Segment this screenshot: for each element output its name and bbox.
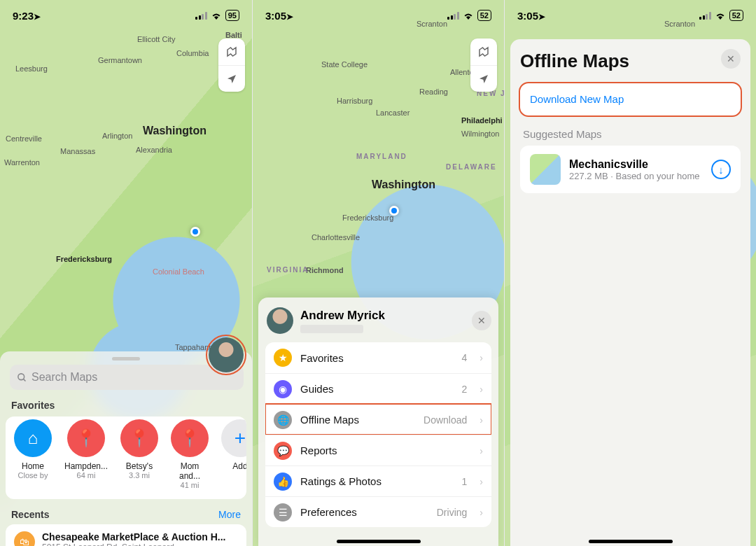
location-services-icon: ➤ [538,12,545,22]
map-layers-button[interactable] [218,38,245,65]
favorite-home[interactable]: ⌂HomeClose by [14,419,52,489]
home-indicator[interactable] [337,540,421,543]
map-city: Ellicott City [137,35,175,43]
pin-icon: 📍 [171,419,209,457]
favorite-label: Add [221,461,246,471]
recent-item[interactable]: 🛍 Chesapeake MarketPlace & Auction H... … [6,524,246,546]
chevron-right-icon: › [479,414,483,426]
map-city: Alexandria [136,146,172,154]
favorites-heading: Favorites [0,397,252,416]
close-button[interactable]: ✕ [472,311,491,330]
map-city: Fredericksburg [342,214,393,222]
recent-subtitle: 5015 St Leonard Rd, Saint Leonard [42,542,238,546]
phone-screenshot-1: Washington Arlington Alexandria Frederic… [0,0,252,546]
download-new-map-button[interactable]: Download New Map [520,83,741,115]
battery-indicator: 95 [225,10,239,21]
download-icon-button[interactable]: ↓ [711,160,731,179]
home-indicator[interactable] [589,540,673,543]
map-city: Columbia [176,49,209,57]
menu-value: 2 [462,384,468,395]
map-thumbnail [530,154,561,185]
map-city: State College [321,60,368,69]
favorite-sub: Close by [14,471,52,479]
menu-preferences[interactable]: ☰PreferencesDriving› [265,496,491,527]
map-state: MARYLAND [356,153,407,160]
menu-label: Preferences [300,506,428,518]
cell-signal-icon [447,12,459,20]
status-time: 9:23 [13,10,34,22]
offline-maps-panel: Offline Maps ✕ Download New Map Suggeste… [510,39,750,546]
menu-reports[interactable]: 💬Reports› [265,435,491,465]
svg-point-0 [18,373,24,379]
status-bar: 9:23➤ 95 [0,0,252,31]
menu-label: Guides [300,383,454,395]
favorite-item[interactable]: 📍Hampden...64 mi [64,419,108,489]
location-services-icon: ➤ [34,12,41,22]
map-city: Arlington [102,132,132,140]
cell-signal-icon [699,12,711,20]
menu-value: Driving [437,507,468,518]
chat-icon: 💬 [274,442,292,460]
favorite-item[interactable]: 📍Betsy's3.3 mi [120,419,158,489]
suggested-map-item[interactable]: Mechanicsville 227.2 MB · Based on your … [520,146,741,193]
chevron-right-icon: › [479,476,483,487]
svg-line-1 [23,379,25,381]
map-city: Harrisburg [337,97,372,105]
recents-heading: Recents [11,509,49,520]
favorite-item[interactable]: 📍Mom and...41 mi [171,419,209,489]
profile-sheet[interactable]: Andrew Myrick ✕ ★Favorites4› ◉Guides2› 🌐… [258,298,498,546]
phone-screenshot-2: Washington Philadelphi Harrisburg Lancas… [252,0,504,546]
globe-icon: 🌐 [274,411,292,429]
profile-avatar-button[interactable] [209,337,244,372]
favorite-sub: 3.3 mi [120,471,158,479]
pin-icon: 📍 [67,419,105,457]
page-title: Offline Maps [520,50,741,72]
map-city: Philadelphi [461,116,503,125]
recent-title: Chesapeake MarketPlace & Auction H... [42,531,238,542]
map-state: VIRGINIA [267,266,309,274]
map-city: Reading [419,88,448,96]
chevron-right-icon: › [479,352,483,363]
search-sheet[interactable]: Search Maps Favorites ⌂HomeClose by 📍Ham… [0,351,252,546]
map-city: Fredericksburg [56,255,112,263]
favorites-row[interactable]: ⌂HomeClose by 📍Hampden...64 mi 📍Betsy's3… [6,416,246,499]
menu-guides[interactable]: ◉Guides2› [265,373,491,404]
chevron-right-icon: › [479,445,483,456]
battery-indicator: 52 [729,10,743,21]
favorite-add[interactable]: +Add [221,419,246,489]
map-city: Warrenton [4,158,40,167]
sheet-grabber[interactable] [112,357,140,360]
map-city: Germantown [98,56,142,64]
favorite-label: Betsy's [120,461,158,471]
phone-screenshot-3: Scranton 3:05➤ 52 Offline Maps ✕ Downloa… [504,0,756,546]
close-button[interactable]: ✕ [721,49,741,69]
map-state: DELAWARE [446,163,497,171]
search-placeholder: Search Maps [31,371,97,384]
battery-indicator: 52 [477,10,491,21]
locate-me-button[interactable] [218,65,245,92]
favorite-label: Mom and... [171,461,209,481]
menu-offline-maps[interactable]: 🌐Offline MapsDownload› [265,404,491,435]
home-icon: ⌂ [14,419,52,457]
menu-ratings[interactable]: 👍Ratings & Photos1› [265,465,491,496]
star-icon: ★ [274,349,292,367]
current-location-dot [190,227,200,237]
menu-label: Reports [300,444,467,456]
locate-me-button[interactable] [470,65,497,92]
cell-signal-icon [195,12,207,20]
wifi-icon [715,11,726,20]
profile-avatar [267,307,293,334]
map-layers-button[interactable] [470,38,497,65]
location-services-icon: ➤ [286,12,293,22]
chevron-right-icon: › [479,507,483,518]
menu-value: Download [424,414,467,426]
search-input[interactable]: Search Maps [10,365,244,390]
map-city: Colonial Beach [153,267,204,276]
guides-icon: ◉ [274,380,292,398]
map-city: Washington [372,178,435,191]
map-city: Charlottesville [312,233,360,241]
more-link[interactable]: More [218,509,241,520]
map-controls [218,38,245,92]
menu-value: 4 [462,352,468,363]
menu-favorites[interactable]: ★Favorites4› [265,342,491,373]
